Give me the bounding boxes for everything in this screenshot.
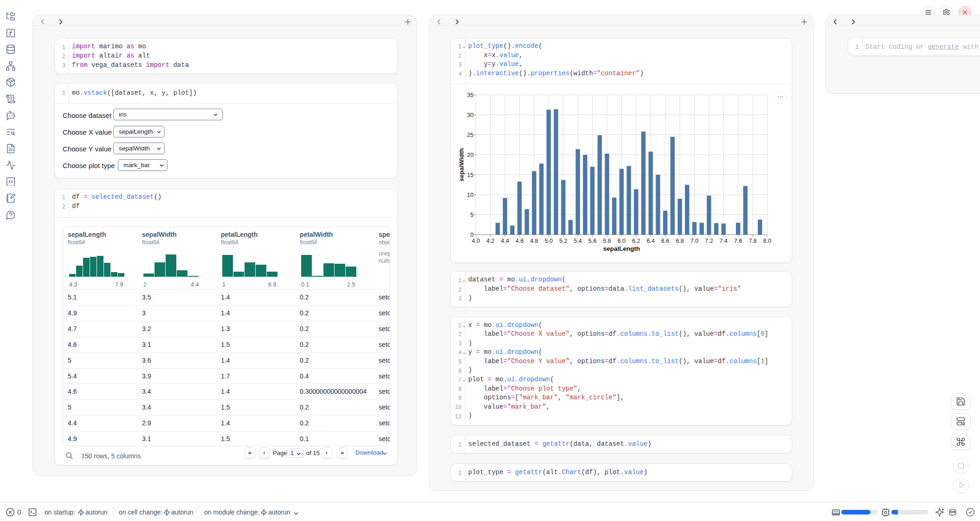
- svg-text:sepalLength: sepalLength: [603, 245, 640, 252]
- svg-text:6.6: 6.6: [661, 238, 669, 244]
- svg-text:5.4: 5.4: [574, 238, 582, 244]
- svg-text:5.2: 5.2: [559, 238, 567, 244]
- svg-text:20: 20: [467, 152, 474, 158]
- svg-text:10: 10: [467, 192, 474, 198]
- svg-text:7.6: 7.6: [734, 238, 742, 244]
- svg-text:5.8: 5.8: [603, 238, 611, 244]
- svg-text:5.6: 5.6: [588, 238, 596, 244]
- svg-text:4.6: 4.6: [516, 238, 523, 244]
- svg-text:4.2: 4.2: [486, 238, 494, 244]
- svg-text:4.4: 4.4: [501, 238, 509, 244]
- svg-text:6.2: 6.2: [632, 238, 640, 244]
- svg-text:7.4: 7.4: [720, 238, 728, 244]
- svg-text:8.0: 8.0: [763, 238, 771, 244]
- svg-text:15: 15: [467, 172, 474, 178]
- svg-text:6.0: 6.0: [618, 238, 625, 244]
- svg-text:4.8: 4.8: [530, 238, 538, 244]
- svg-text:4.0: 4.0: [472, 238, 480, 244]
- svg-text:0: 0: [471, 232, 474, 238]
- svg-text:6.4: 6.4: [647, 238, 655, 244]
- svg-text:25: 25: [467, 132, 474, 138]
- svg-text:5.0: 5.0: [545, 238, 553, 244]
- svg-text:sepalWidth: sepalWidth: [458, 148, 465, 182]
- svg-text:7.2: 7.2: [705, 238, 713, 244]
- svg-text:35: 35: [467, 92, 474, 98]
- svg-text:7.8: 7.8: [748, 238, 756, 244]
- svg-text:6.8: 6.8: [676, 238, 683, 244]
- svg-text:7.0: 7.0: [690, 238, 698, 244]
- svg-text:30: 30: [467, 112, 474, 118]
- svg-text:5: 5: [471, 212, 474, 218]
